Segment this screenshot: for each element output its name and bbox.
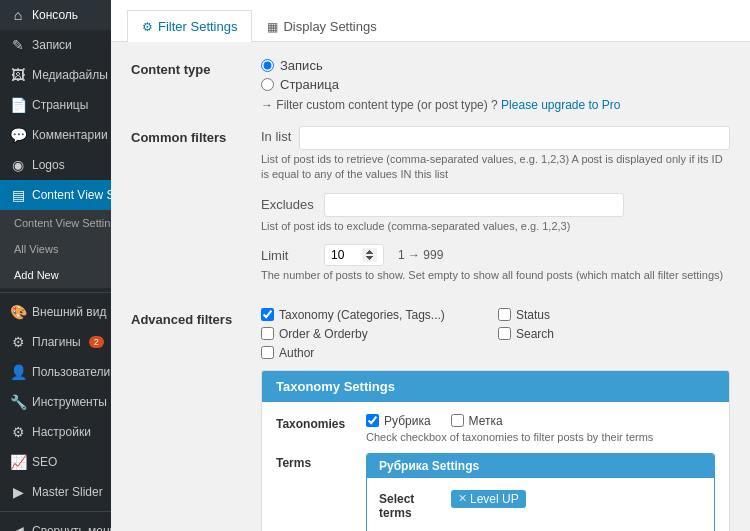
taxonomy-settings-box: Taxonomy Settings Taxonomies Рубрика — [261, 370, 730, 531]
select-terms-content: ✕ Level UP — [449, 488, 702, 510]
limit-label: Limit — [261, 248, 316, 263]
operator-row: Operator IN — A post is displayed only i… — [379, 528, 702, 531]
advanced-filters-label: Advanced filters — [131, 308, 261, 327]
advanced-checkbox-grid: Taxonomy (Categories, Tags...) Status Or… — [261, 308, 730, 360]
in-list-label: In list — [261, 129, 291, 144]
select-terms-label: Select terms — [379, 488, 449, 520]
radio-stranica-input[interactable] — [261, 78, 274, 91]
appearance-icon: 🎨 — [10, 304, 26, 320]
excludes-label: Excludes — [261, 197, 316, 212]
limit-row: Limit 1 → 999 The number of posts to sho… — [261, 244, 730, 283]
content-type-label: Content type — [131, 58, 261, 77]
sidebar-item-media[interactable]: 🖼 Медиафайлы — [0, 60, 111, 90]
terms-row: Terms Рубрика Settings Select terms — [276, 453, 715, 531]
sidebar-item-kommentarii[interactable]: 💬 Комментарии — [0, 120, 111, 150]
checkbox-search[interactable]: Search — [498, 327, 730, 341]
users-icon: 👤 — [10, 364, 26, 380]
excludes-inline: Excludes — [261, 193, 730, 217]
in-list-inline: In list — [261, 126, 730, 150]
filter-settings-panel: Content type Запись Страница → Filter cu… — [111, 42, 750, 531]
content-type-row: Content type Запись Страница → Filter cu… — [131, 58, 730, 112]
checkbox-status-input[interactable] — [498, 308, 511, 321]
tax-check-rubrika[interactable]: Рубрика — [366, 414, 431, 428]
sidebar-item-stranicy[interactable]: 📄 Страницы — [0, 90, 111, 120]
operator-label: Operator — [379, 528, 449, 531]
checkbox-taxonomy-input[interactable] — [261, 308, 274, 321]
rubrika-settings-body: Select terms ✕ Level UP — [367, 478, 714, 531]
upgrade-to-pro-link[interactable]: Please upgrade to Pro — [501, 98, 620, 112]
excludes-input[interactable] — [324, 193, 624, 217]
sidebar-item-svern[interactable]: ◀ Свернуть меню — [0, 516, 111, 531]
sidebar-submenu-content-view: Content View Settings All Views Add New — [0, 210, 111, 288]
content-type-content: Запись Страница → Filter custom content … — [261, 58, 730, 112]
sidebar-item-vneshny[interactable]: 🎨 Внешний вид — [0, 297, 111, 327]
plugins-badge: 2 — [89, 336, 104, 348]
taxonomies-help: Check checkbox of taxonomies to filter p… — [366, 431, 715, 443]
taxonomies-label: Taxonomies — [276, 414, 366, 431]
sidebar-item-zapisi[interactable]: ✎ Записи — [0, 30, 111, 60]
in-list-input[interactable] — [299, 126, 730, 150]
in-list-row: In list List of post ids to retrieve (co… — [261, 126, 730, 183]
rubrika-settings-header: Рубрика Settings — [367, 454, 714, 478]
sidebar-item-plaginy[interactable]: ⚙ Плагины 2 — [0, 327, 111, 357]
sidebar-item-master-slider[interactable]: ▶ Master Slider 1 — [0, 477, 111, 507]
excludes-help: List of post ids to exclude (comma-separ… — [261, 219, 730, 234]
edit-icon: ✎ — [10, 37, 26, 53]
radio-stranica[interactable]: Страница — [261, 77, 730, 92]
logos-icon: ◉ — [10, 157, 26, 173]
limit-input[interactable] — [324, 244, 384, 266]
tax-check-rubrika-input[interactable] — [366, 414, 379, 427]
checkbox-author-input[interactable] — [261, 346, 274, 359]
comments-icon: 💬 — [10, 127, 26, 143]
common-filters-content: In list List of post ids to retrieve (co… — [261, 126, 730, 294]
sidebar-item-logos[interactable]: ◉ Logos — [0, 150, 111, 180]
limit-range: 1 → 999 — [398, 248, 443, 262]
sidebar-item-konsol[interactable]: ⌂ Консоль — [0, 0, 111, 30]
plugins-icon: ⚙ — [10, 334, 26, 350]
tab-bar: ⚙ Filter Settings ▦ Display Settings — [111, 0, 750, 42]
sidebar-item-nastrojki[interactable]: ⚙ Настройки — [0, 417, 111, 447]
select-terms-row: Select terms ✕ Level UP — [379, 488, 702, 520]
checkbox-status[interactable]: Status — [498, 308, 730, 322]
sidebar-item-all-settings[interactable]: Content View Settings — [0, 210, 111, 236]
sidebar-item-seo[interactable]: 📈 SEO — [0, 447, 111, 477]
advanced-filters-row: Advanced filters Taxonomy (Categories, T… — [131, 308, 730, 531]
taxonomies-content: Рубрика Метка Check checkbox of taxonomi… — [366, 414, 715, 443]
tax-check-metka-input[interactable] — [451, 414, 464, 427]
checkbox-search-input[interactable] — [498, 327, 511, 340]
checkbox-author[interactable]: Author — [261, 346, 493, 360]
sidebar-item-instrumenty[interactable]: 🔧 Инструменты — [0, 387, 111, 417]
radio-zapic[interactable]: Запись — [261, 58, 730, 73]
sidebar-divider-2 — [0, 511, 111, 512]
checkbox-taxonomy[interactable]: Taxonomy (Categories, Tags...) — [261, 308, 493, 322]
rubrika-settings-box: Рубрика Settings Select terms ✕ — [366, 453, 715, 531]
limit-inline: Limit 1 → 999 — [261, 244, 730, 266]
tab-display-settings[interactable]: ▦ Display Settings — [252, 10, 391, 42]
upgrade-link-row: → Filter custom content type (or post ty… — [261, 98, 730, 112]
media-icon: 🖼 — [10, 67, 26, 83]
sidebar: ⌂ Консоль ✎ Записи 🖼 Медиафайлы 📄 Страни… — [0, 0, 111, 531]
filter-settings-tab-icon: ⚙ — [142, 20, 153, 34]
taxonomies-checkboxes: Рубрика Метка — [366, 414, 715, 428]
limit-help: The number of posts to show. Set empty t… — [261, 268, 730, 283]
home-icon: ⌂ — [10, 7, 26, 23]
checkbox-order-input[interactable] — [261, 327, 274, 340]
advanced-filters-content: Taxonomy (Categories, Tags...) Status Or… — [261, 308, 730, 531]
in-list-help: List of post ids to retrieve (comma-sepa… — [261, 152, 730, 183]
term-tag-level-up[interactable]: ✕ Level UP — [451, 490, 526, 508]
sidebar-item-add-new[interactable]: Add New — [0, 262, 111, 288]
content-view-icon: ▤ — [10, 187, 26, 203]
sidebar-item-all-views[interactable]: All Views — [0, 236, 111, 262]
sidebar-item-content-view[interactable]: ▤ Content View Settings — [0, 180, 111, 210]
terms-label: Terms — [276, 453, 366, 470]
tools-icon: 🔧 — [10, 394, 26, 410]
tab-filter-settings[interactable]: ⚙ Filter Settings — [127, 10, 252, 42]
checkbox-order[interactable]: Order & Orderby — [261, 327, 493, 341]
term-remove-icon[interactable]: ✕ — [458, 492, 467, 505]
seo-icon: 📈 — [10, 454, 26, 470]
excludes-row: Excludes List of post ids to exclude (co… — [261, 193, 730, 234]
main-content: ⚙ Filter Settings ▦ Display Settings Con… — [111, 0, 750, 531]
sidebar-item-polzovateli[interactable]: 👤 Пользователи — [0, 357, 111, 387]
tax-check-metka[interactable]: Метка — [451, 414, 503, 428]
radio-zapic-input[interactable] — [261, 59, 274, 72]
